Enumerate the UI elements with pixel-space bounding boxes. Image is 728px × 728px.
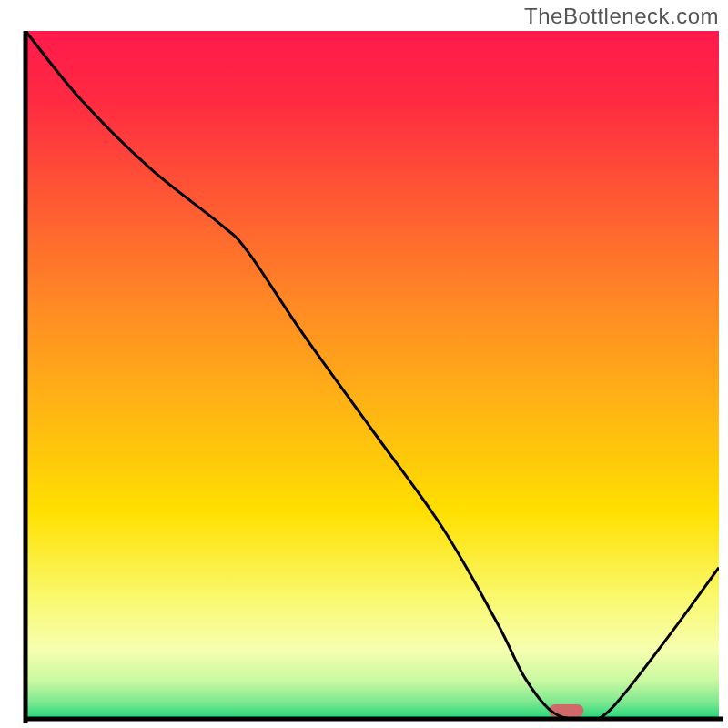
target-marker xyxy=(549,704,583,717)
chart-frame: TheBottleneck.com xyxy=(0,0,728,728)
chart-svg xyxy=(0,0,728,728)
gradient-background xyxy=(25,31,719,719)
plot-area xyxy=(25,31,719,720)
watermark-text: TheBottleneck.com xyxy=(524,4,719,29)
